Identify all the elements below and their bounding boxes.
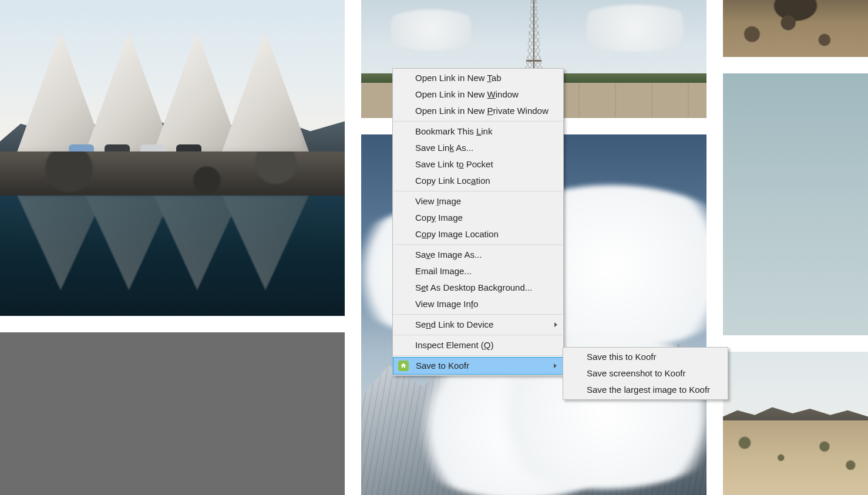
ctx-item-label: Pocket [464,159,493,169]
ctx-item-inspect-element-q[interactable]: Inspect Element (Q) [393,337,563,353]
ctx-item-email-image[interactable]: Email Image... [393,263,563,280]
ctx-item-label: indow [496,89,519,99]
submenu-arrow-icon [554,363,557,368]
ctx-item-label: tion [476,176,490,186]
ctx-item-label: Inspect Element ( [415,340,484,350]
ctx-separator [393,355,563,356]
ctx-separator [393,335,563,335]
ctx-item-mnemonic: v [426,250,430,260]
gallery-image[interactable] [0,332,345,495]
ctx-item-copy-image-location[interactable]: Copy Image Location [393,226,563,243]
ctx-item-mnemonic: o [459,159,463,169]
ctx-item-save-link-as[interactable]: Save Link As... [393,140,563,156]
ctx-item-open-link-in-new-private-window[interactable]: Open Link in New Private Window [393,103,563,119]
ctx-item-label: Copy Link Loc [415,176,471,186]
ctx-item-copy-link-location[interactable]: Copy Link Location [393,173,563,189]
ctx-item-label: Email Ima [415,266,455,276]
ctx-item-label: C [415,229,422,239]
ctx-item-label: t As Desktop Background... [426,282,532,292]
ctx-item-copy-image[interactable]: Copy Image [393,210,563,226]
ctx-item-label: py Image Location [426,229,499,239]
ctx-item-label: View [415,196,436,206]
context-menu[interactable]: Open Link in New TabOpen Link in New Win… [392,68,564,376]
gallery-image[interactable] [723,73,868,335]
ctx-item-label: o [473,299,478,309]
submenu-arrow-icon [554,322,557,327]
ctx-item-label: Save Link t [415,159,459,169]
ctx-separator [393,314,563,315]
ctx-item-label: As... [454,143,473,153]
ctx-item-open-link-in-new-tab[interactable]: Open Link in New Tab [393,70,563,86]
gallery-image[interactable] [723,0,868,57]
gallery-image[interactable] [723,352,868,495]
ctx-sub-item-save-screenshot-to-koofr[interactable]: Save screenshot to Koofr [563,365,728,382]
ctx-separator [393,121,563,122]
ctx-item-mnemonic: W [487,89,496,99]
ctx-item-label: e... [459,266,472,276]
ctx-item-view-image-info[interactable]: View Image Info [393,296,563,312]
ctx-item-label: Save Lin [415,143,449,153]
ctx-item-mnemonic: o [422,229,426,239]
ctx-item-set-as-desktop-background[interactable]: Set As Desktop Background... [393,280,563,296]
ctx-item-save-image-as[interactable]: Save Image As... [393,247,563,263]
ctx-item-label: Bookmark This [415,126,476,136]
ctx-item-mnemonic: Q [484,340,491,350]
ctx-item-mnemonic: T [487,73,492,83]
ctx-item-label: Open Link in New [415,73,487,83]
ctx-item-label: ) [490,340,493,350]
ctx-item-label: S [415,282,421,292]
ctx-item-label: Cop [415,213,432,223]
ctx-item-label: Open Link in New [415,89,487,99]
ctx-separator [393,191,563,191]
ctx-item-label: Save this to Koofr [587,352,656,362]
ctx-item-view-image[interactable]: View Image [393,193,563,210]
ctx-sub-item-save-the-largest-image-to-koofr[interactable]: Save the largest image to Koofr [563,382,728,398]
ctx-sub-item-save-this-to-koofr[interactable]: Save this to Koofr [563,349,728,365]
context-submenu[interactable]: Save this to KoofrSave screenshot to Koo… [563,347,728,400]
ctx-item-label: mage [439,196,462,206]
ctx-item-label: Save the largest image to Koofr [587,385,710,395]
ctx-item-label: View Image In [415,299,471,309]
ctx-item-label: Image [436,213,463,223]
gallery-image[interactable] [0,0,345,316]
koofr-icon [398,361,409,371]
ctx-item-open-link-in-new-window[interactable]: Open Link in New Window [393,86,563,103]
ctx-item-label: e Image As... [430,250,482,260]
ctx-item-label: Se [415,319,426,329]
ctx-item-mnemonic: n [426,319,430,329]
ctx-item-send-link-to-device[interactable]: Send Link to Device [393,316,563,333]
ctx-item-save-link-to-pocket[interactable]: Save Link to Pocket [393,156,563,173]
ctx-item-label: Save to Koofr [416,361,469,371]
gallery-column-3 [723,0,868,495]
ctx-item-label: Save screenshot to Koofr [587,368,685,378]
ctx-item-label: d Link to Device [431,319,494,329]
ctx-item-mnemonic: y [432,213,436,223]
ctx-item-mnemonic: P [487,106,493,116]
ctx-separator [393,244,563,245]
ctx-item-label: Open Link in New [415,106,487,116]
ctx-item-label: rivate Window [493,106,549,116]
ctx-item-label: ab [492,73,502,83]
ctx-item-mnemonic: k [449,143,454,153]
ctx-item-label: Sa [415,250,426,260]
ctx-item-label: ink [481,126,492,136]
gallery-column-1 [0,0,345,495]
ctx-item-bookmark-this-link[interactable]: Bookmark This Link [393,123,563,140]
ctx-item-save-to-koofr[interactable]: Save to Koofr [393,357,563,375]
ctx-item-mnemonic: g [455,266,459,276]
